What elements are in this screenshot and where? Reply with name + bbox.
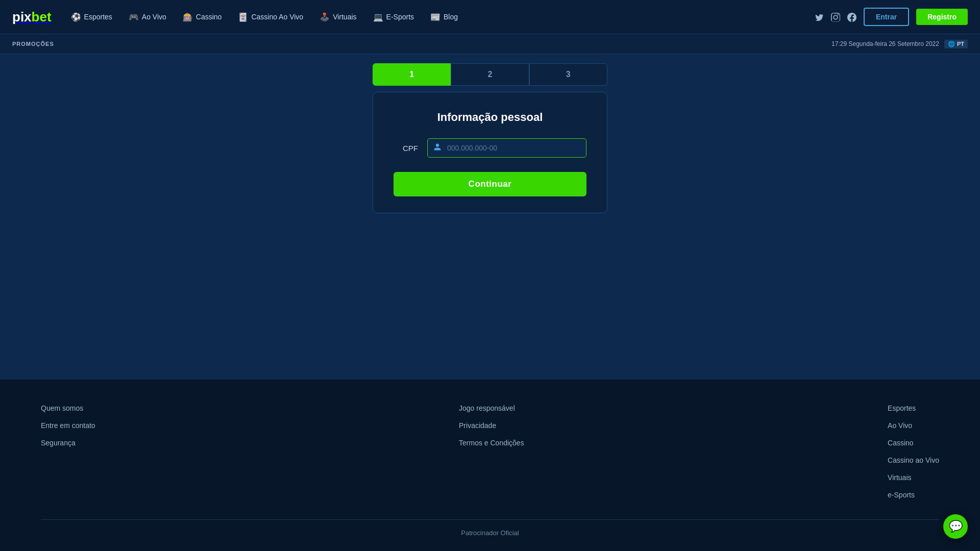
chat-bubble[interactable]: 💬	[943, 514, 968, 539]
instagram-icon	[831, 13, 840, 22]
promo-label: PROMOÇÕES	[12, 41, 54, 47]
datetime-text: 17:29 Segunda-feira 26 Setembro 2022	[831, 40, 939, 47]
cpf-input[interactable]	[427, 138, 586, 158]
footer-quem-somos[interactable]: Quem somos	[41, 404, 95, 412]
footer-col-3: Esportes Ao Vivo Cassino Cassino ao Vivo…	[888, 404, 939, 499]
registro-button[interactable]: Registro	[916, 9, 968, 25]
nav-ao-vivo[interactable]: 🎮 Ao Vivo	[121, 9, 174, 25]
nav-blog[interactable]: 📰 Blog	[423, 9, 465, 25]
cassino-icon: 🎰	[183, 12, 193, 22]
cpf-label: CPF	[394, 144, 418, 153]
footer-contato[interactable]: Entre em contato	[41, 421, 95, 430]
footer-termos[interactable]: Termos e Condições	[459, 439, 524, 447]
footer-cassino[interactable]: Cassino	[888, 439, 939, 447]
datetime-lang: 17:29 Segunda-feira 26 Setembro 2022 🌐 P…	[831, 40, 968, 48]
twitter-link[interactable]	[815, 12, 824, 22]
step-1-number: 1	[409, 70, 414, 79]
step-1[interactable]: 1	[373, 63, 451, 86]
nav-e-sports[interactable]: 💻 E-Sports	[366, 9, 421, 25]
lang-badge[interactable]: 🌐 PT	[944, 40, 968, 48]
user-icon	[433, 143, 442, 153]
twitter-icon	[815, 13, 824, 22]
cpf-input-wrapper	[427, 138, 586, 158]
entrar-button[interactable]: Entrar	[864, 8, 909, 26]
footer-seguranca[interactable]: Segurança	[41, 439, 95, 447]
form-title: Informação pessoal	[394, 111, 586, 124]
logo[interactable]: pixbet	[12, 9, 52, 25]
form-card: Informação pessoal CPF Continuar	[373, 92, 607, 213]
social-icons	[815, 12, 856, 22]
header: pixbet ⚽ Esportes 🎮 Ao Vivo 🎰 Cassino 🃏 …	[0, 0, 980, 34]
e-sports-icon: 💻	[373, 12, 383, 22]
ao-vivo-icon: 🎮	[129, 12, 139, 22]
nav-esportes-label: Esportes	[84, 13, 112, 21]
nav-cassino-label: Cassino	[196, 13, 222, 21]
logo-bet: bet	[32, 9, 52, 25]
chat-icon: 💬	[949, 520, 963, 533]
footer-col-1: Quem somos Entre em contato Segurança	[41, 404, 95, 499]
virtuais-icon: 🕹️	[320, 12, 330, 22]
lang-text: PT	[957, 41, 964, 47]
nav-esportes[interactable]: ⚽ Esportes	[64, 9, 119, 25]
step-2-number: 2	[488, 70, 493, 79]
footer-esportes[interactable]: Esportes	[888, 404, 939, 412]
nav-menu: ⚽ Esportes 🎮 Ao Vivo 🎰 Cassino 🃏 Cassino…	[64, 9, 465, 25]
continuar-button[interactable]: Continuar	[394, 172, 586, 196]
step-2[interactable]: 2	[451, 63, 529, 86]
header-right: Entrar Registro	[815, 8, 968, 26]
nav-cassino-ao-vivo-label: Cassino Ao Vivo	[251, 13, 303, 21]
instagram-link[interactable]	[831, 12, 840, 22]
cpf-row: CPF	[394, 138, 586, 158]
footer-jogo-responsavel[interactable]: Jogo responsável	[459, 404, 524, 412]
blog-icon: 📰	[430, 12, 440, 22]
nav-e-sports-label: E-Sports	[386, 13, 414, 21]
header-left: pixbet ⚽ Esportes 🎮 Ao Vivo 🎰 Cassino 🃏 …	[12, 9, 465, 25]
esportes-icon: ⚽	[71, 12, 81, 22]
steps-container: 1 2 3	[373, 63, 607, 86]
cassino-ao-vivo-icon: 🃏	[238, 12, 248, 22]
nav-virtuais-label: Virtuais	[333, 13, 356, 21]
main-content: 1 2 3 Informação pessoal CPF Continuar	[0, 54, 980, 380]
nav-blog-label: Blog	[444, 13, 458, 21]
facebook-link[interactable]	[847, 12, 856, 22]
logo-pix: pix	[12, 9, 32, 25]
footer-e-sports[interactable]: e-Sports	[888, 491, 939, 499]
step-3[interactable]: 3	[529, 63, 607, 86]
nav-cassino[interactable]: 🎰 Cassino	[176, 9, 229, 25]
footer-cols: Quem somos Entre em contato Segurança Jo…	[41, 404, 939, 499]
footer-bottom: Patrocinador Oficial	[41, 519, 939, 537]
step-3-number: 3	[566, 70, 571, 79]
footer-col-2: Jogo responsável Privacidade Termos e Co…	[459, 404, 524, 499]
footer-privacidade[interactable]: Privacidade	[459, 421, 524, 430]
footer-cassino-ao-vivo[interactable]: Cassino ao Vivo	[888, 456, 939, 464]
nav-cassino-ao-vivo[interactable]: 🃏 Cassino Ao Vivo	[231, 9, 310, 25]
footer-ao-vivo[interactable]: Ao Vivo	[888, 421, 939, 430]
footer: Quem somos Entre em contato Segurança Jo…	[0, 380, 980, 551]
facebook-icon	[847, 13, 856, 22]
footer-virtuais[interactable]: Virtuais	[888, 473, 939, 482]
nav-virtuais[interactable]: 🕹️ Virtuais	[312, 9, 363, 25]
patrocinador-label: Patrocinador Oficial	[461, 529, 519, 537]
promo-bar: PROMOÇÕES 17:29 Segunda-feira 26 Setembr…	[0, 34, 980, 54]
nav-ao-vivo-label: Ao Vivo	[142, 13, 166, 21]
